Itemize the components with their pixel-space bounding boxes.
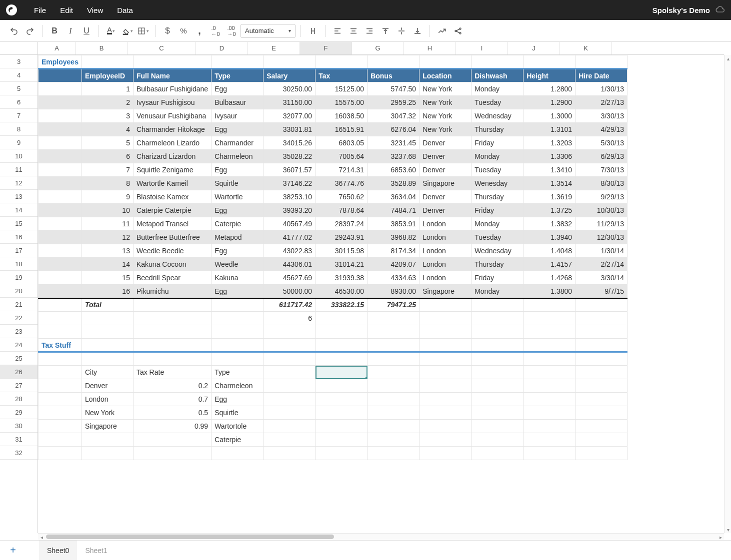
currency-button[interactable]: $ [160, 24, 174, 38]
fill-color-button[interactable]: ▾ [120, 24, 134, 38]
align-right-button[interactable] [362, 24, 376, 38]
svg-line-24 [456, 29, 460, 30]
app-logo[interactable] [6, 4, 17, 15]
bold-button[interactable]: B [48, 24, 62, 38]
align-bottom-button[interactable] [410, 24, 424, 38]
svg-point-22 [460, 28, 461, 29]
svg-line-25 [456, 31, 460, 32]
menu-edit[interactable]: Edit [53, 6, 80, 14]
borders-button[interactable]: ▾ [136, 24, 150, 38]
menu-view[interactable]: View [80, 6, 110, 14]
align-center-button[interactable] [346, 24, 360, 38]
toolbar: B I U A▾ ▾ ▾ $ % , .0←0 .00→0 Automatic … [0, 20, 731, 42]
text-color-button[interactable]: A▾ [104, 24, 118, 38]
decrease-decimal-button[interactable]: .0←0 [208, 24, 222, 38]
percent-button[interactable]: % [176, 24, 190, 38]
chevron-down-icon: ▾ [288, 28, 291, 33]
underline-button[interactable]: U [80, 24, 94, 38]
menu-file[interactable]: File [27, 6, 53, 14]
align-left-button[interactable] [330, 24, 344, 38]
chart-button[interactable] [435, 24, 449, 38]
wrap-text-button[interactable] [306, 24, 320, 38]
share-button[interactable] [451, 24, 465, 38]
cloud-sync-icon[interactable] [715, 4, 725, 16]
svg-point-23 [460, 32, 461, 34]
align-top-button[interactable] [378, 24, 392, 38]
increase-decimal-button[interactable]: .00→0 [224, 24, 238, 38]
italic-button[interactable]: I [64, 24, 78, 38]
thousands-button[interactable]: , [192, 24, 206, 38]
menu-data[interactable]: Data [110, 6, 140, 14]
svg-point-21 [455, 30, 456, 31]
align-middle-button[interactable] [394, 24, 408, 38]
number-format-dropdown[interactable]: Automatic ▾ [240, 24, 296, 38]
document-title: Spolsky's Demo [652, 6, 710, 14]
number-format-value: Automatic [245, 27, 274, 34]
redo-button[interactable] [23, 24, 37, 38]
menu-bar: FileEditViewData Spolsky's Demo [0, 0, 731, 20]
undo-button[interactable] [7, 24, 21, 38]
